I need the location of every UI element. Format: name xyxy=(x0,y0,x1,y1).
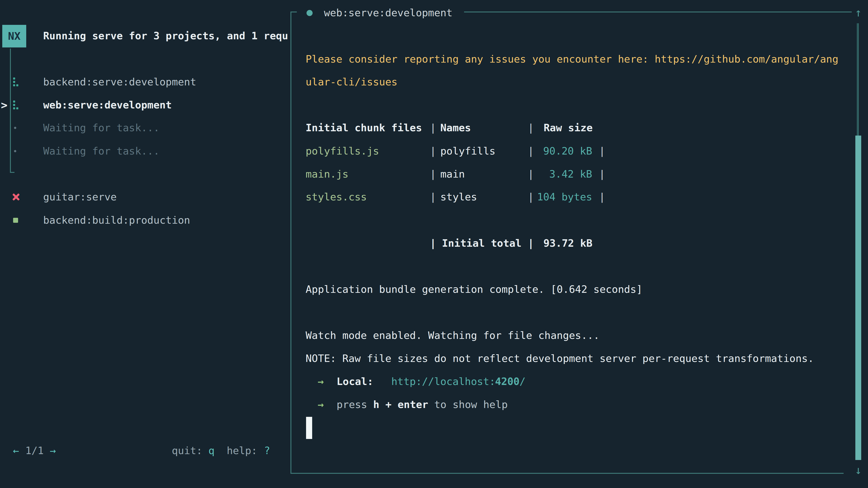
bundle-complete-line: Application bundle generation complete. … xyxy=(306,283,643,296)
task-label: backend:build:production xyxy=(43,214,190,227)
panel-border-top xyxy=(464,11,852,12)
column-separator: | xyxy=(528,145,534,158)
scrollbar-track[interactable] xyxy=(857,23,859,136)
column-separator: | xyxy=(430,237,436,250)
total-label: Initial total xyxy=(442,237,522,250)
chunk-file: styles.css xyxy=(306,191,367,203)
column-separator: | xyxy=(599,191,605,203)
panel-title: web:serve:development xyxy=(324,6,453,19)
scroll-up-arrow-icon[interactable]: ↑ xyxy=(853,6,863,19)
chunk-name: styles xyxy=(440,191,477,203)
help-key: ? xyxy=(264,445,270,457)
note-line: NOTE: Raw file sizes do not reflect deve… xyxy=(306,352,814,365)
chunk-file: main.js xyxy=(306,168,348,181)
quit-label: quit: xyxy=(172,445,202,457)
col-header-files: Initial chunk files xyxy=(306,122,422,134)
panel-title-bullet-icon xyxy=(307,10,313,16)
issue-notice-line1: Please consider reporting any issues you… xyxy=(306,53,838,66)
column-separator: | xyxy=(599,145,605,158)
scrollbar-thumb[interactable] xyxy=(855,135,861,460)
panel-border-top-start xyxy=(290,11,297,12)
help-hint-line: → press h + enter to show help xyxy=(0,398,868,411)
spinner-icon xyxy=(13,77,20,87)
watch-mode-line: Watch mode enabled. Watching for file ch… xyxy=(306,329,599,342)
task-label: backend:serve:development xyxy=(43,76,196,88)
arrow-right-icon: → xyxy=(318,375,324,388)
issue-notice-line2: ular-cli/issues xyxy=(306,76,397,88)
column-separator: | xyxy=(599,168,605,181)
chunk-name: polyfills xyxy=(440,145,495,158)
task-label: web:serve:development xyxy=(43,99,172,111)
panel-border-bottom xyxy=(290,473,844,474)
hint-key-enter: enter xyxy=(398,398,428,411)
arrow-right-icon: → xyxy=(318,398,324,411)
hint-key-h: h xyxy=(373,398,379,411)
nx-terminal-ui: NX Running serve for 3 projects, and 1 r… xyxy=(0,0,868,488)
column-separator: | xyxy=(430,145,436,158)
help-label: help: xyxy=(227,445,257,457)
caret-icon: > xyxy=(1,99,7,111)
column-separator: | xyxy=(430,191,436,203)
local-label: Local: xyxy=(337,375,373,388)
nx-logo: NX xyxy=(2,25,26,47)
chunk-table-header: Initial chunk files | Names | Raw size xyxy=(0,122,868,134)
column-separator: | xyxy=(528,237,534,250)
table-total-row: | Initial total | 93.72 kB xyxy=(0,237,868,250)
hint-plus: + xyxy=(385,398,392,411)
chunk-size: 90.20 kB xyxy=(543,145,592,158)
quit-key: q xyxy=(209,445,215,457)
chunk-size: 104 bytes xyxy=(537,191,592,203)
col-header-names: Names xyxy=(440,122,471,134)
local-url-slash[interactable]: / xyxy=(520,375,526,388)
local-url-line: → Local: http://localhost: 4200 / xyxy=(0,375,868,388)
local-url-port[interactable]: 4200 xyxy=(495,375,520,388)
column-separator: | xyxy=(430,122,436,134)
hint-suffix: to show help xyxy=(434,398,508,411)
table-row: styles.css | styles | 104 bytes | xyxy=(0,191,868,203)
col-header-raw-size: Raw size xyxy=(544,122,593,134)
chunk-name: main xyxy=(440,168,465,181)
terminal-cursor xyxy=(306,417,312,439)
table-row: polyfills.js | polyfills | 90.20 kB | xyxy=(0,145,868,158)
chunk-size: 3.42 kB xyxy=(549,168,592,181)
local-url[interactable]: http://localhost: xyxy=(391,375,495,388)
scroll-down-arrow-icon[interactable]: ↓ xyxy=(853,464,863,477)
sidebar-header: Running serve for 3 projects, and 1 requ xyxy=(43,30,288,42)
spinner-icon xyxy=(13,101,20,110)
column-separator: | xyxy=(430,168,436,181)
column-separator: | xyxy=(528,168,534,181)
sidebar-bottom-bar: ← 1/1 → quit: q help: ? xyxy=(0,445,290,457)
hint-press: press xyxy=(337,398,367,411)
column-separator: | xyxy=(528,191,534,203)
table-row: main.js | main | 3.42 kB | xyxy=(0,168,868,181)
page-indicator: 1/1 xyxy=(25,445,43,457)
total-size: 93.72 kB xyxy=(544,237,592,250)
chunk-file: polyfills.js xyxy=(306,145,379,158)
column-separator: | xyxy=(528,122,534,134)
right-arrow-icon[interactable]: → xyxy=(50,445,56,457)
